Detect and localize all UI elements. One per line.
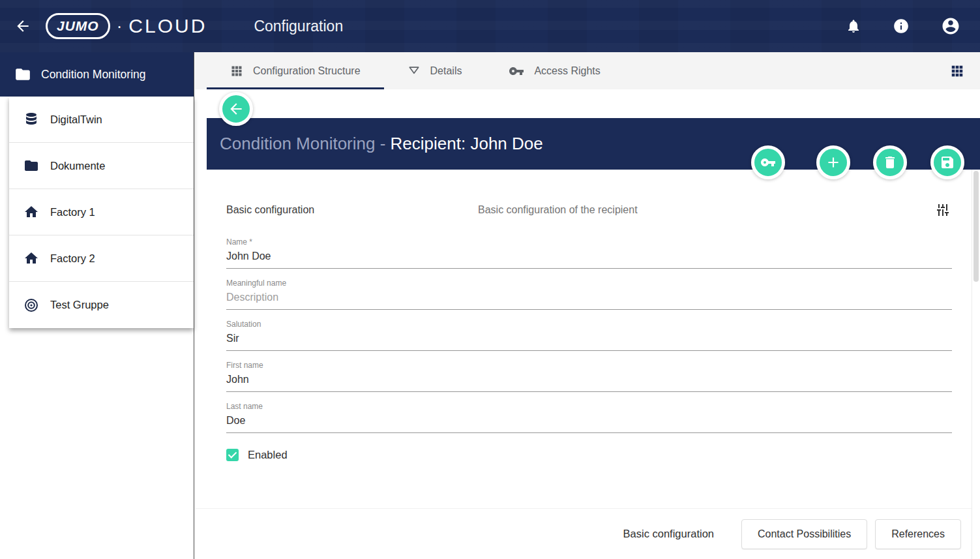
references-button[interactable]: References xyxy=(875,519,961,549)
bottom-action-bar: Basic configuration Contact Possibilitie… xyxy=(195,508,972,559)
topbar-actions xyxy=(846,16,980,36)
salutation-input[interactable] xyxy=(226,330,952,351)
sidebar-item-factory-2[interactable]: Factory 2 xyxy=(9,235,194,282)
key-icon xyxy=(760,155,776,170)
home-icon xyxy=(23,250,39,266)
main-panel: Configuration Structure Details Access R… xyxy=(195,52,980,559)
last-name-input[interactable] xyxy=(226,412,952,433)
sidebar-item-dokumente[interactable]: Dokumente xyxy=(9,143,194,189)
field-label: Meaningful name xyxy=(226,279,952,288)
enabled-checkbox-row[interactable]: Enabled xyxy=(226,449,952,461)
arrow-left-icon xyxy=(14,18,31,35)
brand-separator: · xyxy=(117,16,123,37)
advanced-settings-button[interactable] xyxy=(935,202,951,218)
add-fab-button[interactable] xyxy=(816,145,850,179)
field-name: Name * xyxy=(226,237,952,269)
tab-label: Details xyxy=(430,65,462,77)
top-app-bar: JUMO · CLOUD Configuration xyxy=(0,0,980,52)
tab-label: Configuration Structure xyxy=(253,65,361,77)
save-fab-button[interactable] xyxy=(930,145,964,179)
section-header: Basic configuration Basic configuration … xyxy=(226,202,952,218)
enabled-checkbox[interactable] xyxy=(226,449,239,461)
tab-bar: Configuration Structure Details Access R… xyxy=(195,52,980,89)
sidebar-item-label: DigitalTwin xyxy=(50,113,102,126)
recipient-title: Recipient: John Doe xyxy=(391,134,543,154)
form-fields: Name * Meaningful name Salutation First … xyxy=(226,237,952,433)
navigation-sidebar: Condition Monitoring DigitalTwin Dokumen… xyxy=(0,52,194,559)
tab-configuration-structure[interactable]: Configuration Structure xyxy=(207,52,384,89)
grid-icon xyxy=(230,65,243,78)
checkbox-label: Enabled xyxy=(248,449,288,461)
info-button[interactable] xyxy=(893,18,910,35)
target-icon xyxy=(23,297,39,313)
first-name-input[interactable] xyxy=(226,371,952,392)
detail-header-band: Condition Monitoring - Recipient: John D… xyxy=(207,118,980,170)
page-title: Configuration xyxy=(254,18,343,35)
info-icon xyxy=(893,18,910,35)
access-key-fab-button[interactable] xyxy=(751,145,785,179)
sidebar-children: DigitalTwin Dokumente Factory 1 Factory … xyxy=(9,97,194,328)
jumo-logo: JUMO xyxy=(46,13,110,39)
arrow-left-icon xyxy=(228,100,245,117)
folder-icon xyxy=(23,158,39,174)
field-meaningful-name: Meaningful name xyxy=(226,279,952,310)
section-title: Basic configuration xyxy=(226,204,478,216)
scrollbar-track[interactable] xyxy=(972,170,980,559)
sidebar-item-test-gruppe[interactable]: Test Gruppe xyxy=(9,282,194,328)
home-icon xyxy=(23,204,39,220)
save-icon xyxy=(940,155,955,170)
field-salutation: Salutation xyxy=(226,320,952,351)
name-input[interactable] xyxy=(226,248,952,269)
bell-icon xyxy=(846,18,861,34)
account-button[interactable] xyxy=(941,16,960,36)
cloud-wordmark: CLOUD xyxy=(128,15,207,37)
filter-icon xyxy=(408,65,421,78)
scrollbar-thumb[interactable] xyxy=(973,171,979,282)
key-icon xyxy=(509,63,524,79)
field-label: Name * xyxy=(226,237,952,247)
sidebar-item-label: Dokumente xyxy=(50,160,105,172)
delete-fab-button[interactable] xyxy=(873,145,907,179)
trash-icon xyxy=(882,155,898,170)
contact-possibilities-button[interactable]: Contact Possibilities xyxy=(741,519,867,549)
sidebar-item-label: Factory 2 xyxy=(50,252,95,265)
detail-content: Condition Monitoring - Recipient: John D… xyxy=(195,89,980,559)
sidebar-item-factory-1[interactable]: Factory 1 xyxy=(9,189,194,235)
brand-logo: JUMO · CLOUD xyxy=(46,13,207,39)
field-first-name: First name xyxy=(226,361,952,392)
current-section-label: Basic configuration xyxy=(623,528,714,540)
tab-label: Access Rights xyxy=(534,65,600,77)
back-fab-button[interactable] xyxy=(219,92,253,126)
plus-icon xyxy=(825,154,842,171)
sliders-icon xyxy=(935,202,951,218)
field-last-name: Last name xyxy=(226,402,952,433)
sidebar-item-digitaltwin[interactable]: DigitalTwin xyxy=(9,97,194,143)
sidebar-item-label: Test Gruppe xyxy=(50,299,109,311)
sidebar-item-label: Condition Monitoring xyxy=(41,68,146,82)
notifications-button[interactable] xyxy=(846,18,861,34)
grid-icon xyxy=(950,64,964,78)
account-icon xyxy=(941,16,960,36)
basic-configuration-card: Basic configuration Basic configuration … xyxy=(207,170,972,508)
folder-icon xyxy=(14,66,31,83)
breadcrumb: Condition Monitoring - xyxy=(220,134,391,154)
tab-access-rights[interactable]: Access Rights xyxy=(485,52,623,89)
back-button[interactable] xyxy=(0,18,46,35)
meaningful-name-input[interactable] xyxy=(226,289,952,310)
tab-details[interactable]: Details xyxy=(384,52,486,89)
field-label: Salutation xyxy=(226,320,952,329)
sidebar-item-condition-monitoring[interactable]: Condition Monitoring xyxy=(0,52,194,97)
section-subtitle: Basic configuration of the recipient xyxy=(478,204,935,216)
layout-grid-button[interactable] xyxy=(950,64,964,78)
digital-twin-icon xyxy=(23,112,39,127)
field-label: First name xyxy=(226,361,952,370)
field-label: Last name xyxy=(226,402,952,411)
sidebar-item-label: Factory 1 xyxy=(50,206,95,219)
